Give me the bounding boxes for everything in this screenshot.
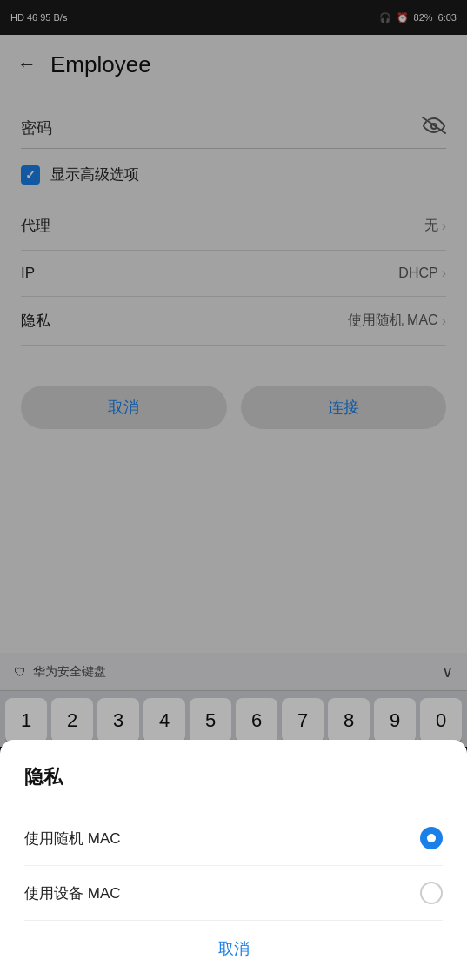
dialog-cancel-button[interactable]: 取消 xyxy=(24,921,443,980)
dialog-overlay: 隐私 使用随机 MAC 使用设备 MAC 取消 xyxy=(0,0,467,980)
device-mac-radio[interactable] xyxy=(420,882,443,904)
dialog-option-random-mac[interactable]: 使用随机 MAC xyxy=(24,811,443,866)
dialog-title: 隐私 xyxy=(24,764,443,790)
random-mac-label: 使用随机 MAC xyxy=(24,829,121,849)
device-mac-label: 使用设备 MAC xyxy=(24,883,121,903)
dialog-option-device-mac[interactable]: 使用设备 MAC xyxy=(24,866,443,921)
privacy-dialog: 隐私 使用随机 MAC 使用设备 MAC 取消 xyxy=(0,740,467,980)
random-mac-radio[interactable] xyxy=(420,827,443,849)
